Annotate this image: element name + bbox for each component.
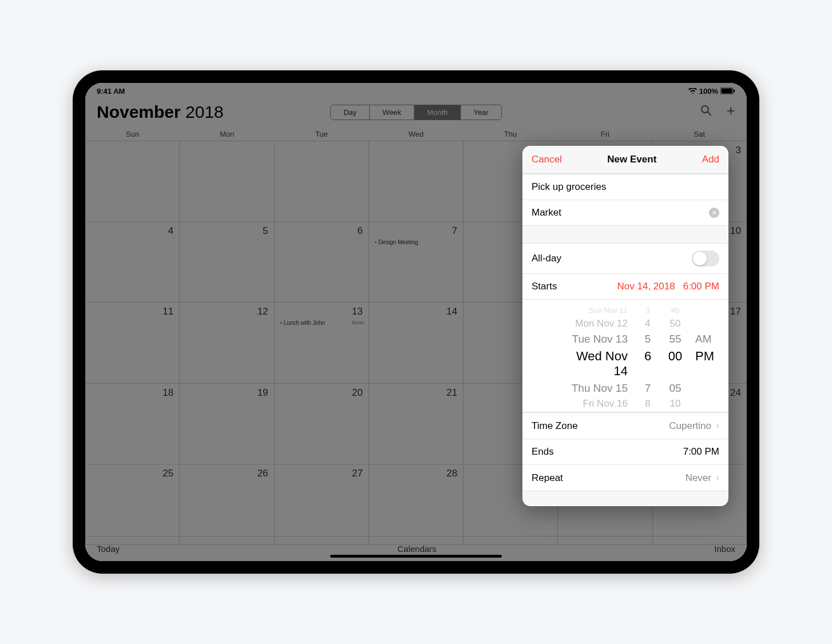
day-number: 28 (375, 468, 457, 479)
timezone-row[interactable]: Time Zone Cupertino › (522, 413, 728, 439)
calendar-day[interactable]: 18 (85, 384, 180, 464)
calendar-day[interactable]: 13Lunch with JohnNoon (275, 303, 369, 383)
chevron-right-icon: › (716, 420, 719, 432)
calendar-day[interactable]: 25 (85, 464, 180, 544)
segment-year[interactable]: Year (461, 105, 501, 120)
event-location-field[interactable]: Market ✕ (522, 200, 728, 225)
day-number: 20 (280, 387, 363, 399)
calendar-day[interactable]: 26 (180, 464, 274, 544)
cancel-button[interactable]: Cancel (532, 154, 562, 165)
picker-row[interactable]: Wed Nov 14600PM (522, 347, 728, 380)
day-number: 7 (375, 225, 457, 237)
calendar-day[interactable] (369, 141, 463, 221)
weekday-label: Fri (558, 128, 652, 141)
popover-header: Cancel New Event Add (522, 146, 728, 174)
weekday-label: Sun (85, 128, 180, 141)
day-number: 5 (185, 225, 268, 237)
weekday-label: Thu (463, 128, 558, 141)
day-number: 6 (280, 225, 363, 237)
wifi-icon (688, 88, 697, 94)
search-icon[interactable] (700, 105, 712, 120)
calendar-day[interactable]: 4 (85, 222, 180, 302)
clear-location-icon[interactable]: ✕ (709, 208, 719, 218)
date-time-picker[interactable]: Sun Nov 11345Mon Nov 12450Tue Nov 13555A… (522, 300, 728, 412)
view-segmented-control[interactable]: DayWeekMonthYear (330, 105, 502, 120)
day-number: 11 (91, 306, 173, 317)
today-button[interactable]: Today (97, 544, 120, 554)
repeat-row[interactable]: Repeat Never › (522, 465, 728, 491)
segment-week[interactable]: Week (370, 105, 414, 120)
all-day-toggle[interactable] (692, 251, 719, 267)
new-event-popover: Cancel New Event Add Pick up groceries M… (522, 146, 728, 506)
add-button[interactable]: Add (702, 154, 719, 165)
day-number: 19 (185, 387, 268, 399)
picker-row[interactable]: Tue Nov 13555AM (522, 331, 728, 347)
weekday-label: Tue (274, 128, 369, 141)
calendar-day[interactable]: 7Design Meeting (369, 222, 463, 302)
picker-row[interactable]: Fri Nov 16810 (522, 396, 728, 407)
day-number: 14 (375, 306, 457, 317)
day-number: 27 (280, 468, 363, 479)
popover-arrow (704, 146, 718, 147)
day-number: 12 (185, 306, 268, 317)
picker-row[interactable]: Thu Nov 15705 (522, 380, 728, 396)
ends-row[interactable]: Ends 7:00 PM (522, 439, 728, 465)
noon-label: Noon (351, 320, 364, 325)
status-time: 9:41 AM (97, 87, 125, 96)
calendar-day[interactable]: 6 (275, 222, 369, 302)
weekday-header: SunMonTueWedThuFriSat (85, 128, 747, 141)
calendars-button[interactable]: Calendars (397, 544, 436, 554)
calendar-header: November 2018 DayWeekMonthYear + (85, 97, 747, 128)
calendar-day[interactable]: 21 (369, 384, 463, 464)
event-title-field[interactable]: Pick up groceries (522, 174, 728, 200)
calendar-day[interactable]: 11 (85, 303, 180, 383)
calendar-day[interactable] (180, 141, 274, 221)
svg-rect-1 (722, 89, 732, 94)
calendar-day[interactable]: 28 (369, 464, 463, 544)
svg-point-3 (702, 106, 708, 113)
segment-day[interactable]: Day (331, 105, 370, 120)
weekday-label: Mon (180, 128, 274, 141)
calendar-day[interactable]: 19 (180, 384, 274, 464)
calendar-day[interactable]: 14 (369, 303, 463, 383)
day-number: 18 (91, 387, 173, 399)
calendar-day[interactable] (85, 141, 180, 221)
calendar-day[interactable]: 5 (180, 222, 274, 302)
day-number: 26 (185, 468, 268, 479)
calendar-day[interactable]: 27 (275, 464, 369, 544)
day-number: 13 (280, 306, 363, 317)
calendar-event[interactable]: Lunch with John (280, 320, 363, 326)
popover-title: New Event (607, 154, 656, 165)
segment-month[interactable]: Month (414, 105, 461, 120)
calendar-day[interactable]: 12 (180, 303, 274, 383)
starts-row[interactable]: Starts Nov 14, 2018 6:00 PM (522, 274, 728, 299)
picker-row[interactable]: Mon Nov 12450 (522, 316, 728, 331)
weekday-label: Sat (652, 128, 747, 141)
page-title: November 2018 (97, 102, 224, 122)
day-number: 25 (91, 468, 173, 479)
weekday-label: Wed (369, 128, 463, 141)
svg-line-4 (708, 112, 711, 115)
calendar-day[interactable]: 20 (275, 384, 369, 464)
inbox-button[interactable]: Inbox (714, 544, 735, 554)
calendar-day[interactable] (275, 141, 369, 221)
status-bar: 9:41 AM 100% (85, 83, 747, 97)
chevron-right-icon: › (716, 472, 719, 484)
day-number: 21 (375, 387, 457, 399)
picker-row[interactable]: Sun Nov 11345 (522, 304, 728, 316)
svg-rect-2 (734, 90, 735, 93)
calendar-event[interactable]: Design Meeting (375, 239, 457, 245)
all-day-row: All-day (522, 244, 728, 274)
add-event-icon[interactable]: + (727, 105, 735, 120)
battery-icon (720, 88, 735, 94)
home-indicator[interactable] (330, 555, 502, 558)
ipad-screen: 9:41 AM 100% November 2018 DayWeekMonthY… (85, 83, 747, 561)
ipad-frame: 9:41 AM 100% November 2018 DayWeekMonthY… (73, 70, 759, 574)
day-number: 4 (91, 225, 173, 237)
status-battery-text: 100% (699, 87, 718, 96)
